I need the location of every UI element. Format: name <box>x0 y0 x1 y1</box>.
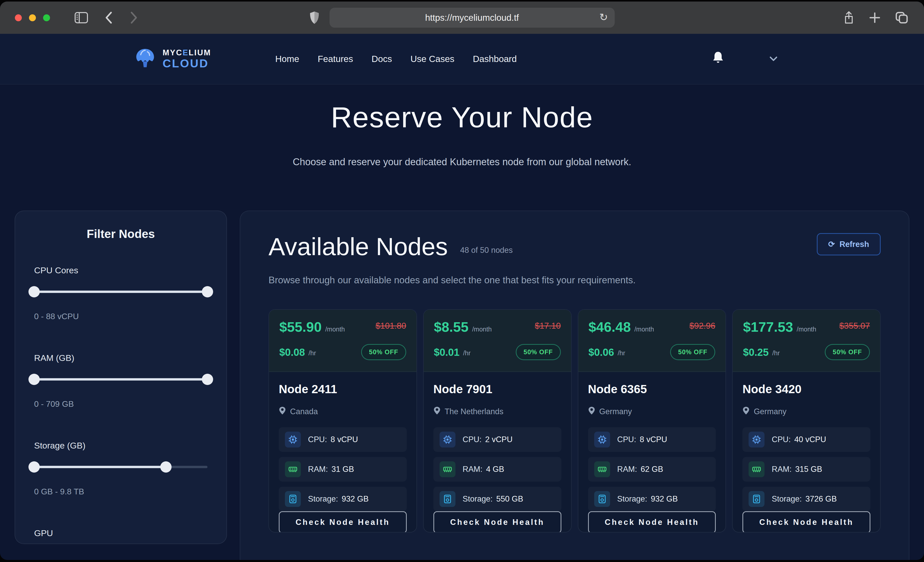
original-price: $355.07 <box>839 321 870 331</box>
storage-filter-label: Storage (GB) <box>34 441 207 451</box>
nav-link-use-cases[interactable]: Use Cases <box>411 54 454 64</box>
node-location: The Netherlands <box>445 407 503 416</box>
slider-thumb-max[interactable] <box>202 286 213 297</box>
node-location: Germany <box>754 407 786 416</box>
discount-badge: 50% OFF <box>361 344 406 360</box>
node-name: Node 2411 <box>279 382 407 396</box>
shield-icon[interactable] <box>309 11 319 24</box>
node-cards-grid: $55.90 /month $101.80 $0.08 /hr 50% OFF … <box>268 309 880 532</box>
check-node-health-button[interactable]: Check Node Health <box>742 511 870 532</box>
new-tab-icon[interactable] <box>869 12 880 23</box>
cpu-value: 2 vCPU <box>485 435 513 444</box>
sidebar-toggle-icon[interactable] <box>75 12 88 23</box>
notifications-bell-icon[interactable] <box>712 51 724 65</box>
ram-value: 31 GB <box>332 465 354 474</box>
reload-icon[interactable]: ↻ <box>599 11 608 23</box>
location-pin-icon <box>434 406 441 417</box>
address-bar[interactable]: https://myceliumcloud.tf ↻ <box>330 8 615 28</box>
share-icon[interactable] <box>843 11 854 25</box>
page-subtitle: Choose and reserve your dedicated Kubern… <box>0 157 924 167</box>
hourly-price: $0.01 <box>434 347 460 357</box>
panel-title: Available Nodes <box>268 234 448 259</box>
back-icon[interactable] <box>104 11 113 24</box>
original-price: $101.80 <box>375 321 406 331</box>
close-window-button[interactable] <box>15 14 22 21</box>
discount-badge: 50% OFF <box>670 344 715 360</box>
chevron-down-icon[interactable] <box>770 54 778 64</box>
ram-range-text: 0 - 709 GB <box>34 399 207 409</box>
check-node-health-button[interactable]: Check Node Health <box>588 511 716 532</box>
cpu-spec-row: CPU:2 vCPU <box>434 427 561 452</box>
url-text: https://myceliumcloud.tf <box>425 13 519 23</box>
cpu-spec-row: CPU:40 vCPU <box>742 427 870 452</box>
nav-link-dashboard[interactable]: Dashboard <box>473 54 517 64</box>
check-node-health-button[interactable]: Check Node Health <box>279 511 407 532</box>
ram-icon <box>594 461 610 477</box>
storage-range-slider[interactable] <box>34 461 207 472</box>
ram-filter-label: RAM (GB) <box>34 353 207 363</box>
cpu-value: 8 vCPU <box>331 435 358 444</box>
storage-range-text: 0 GB - 9.8 TB <box>34 487 207 496</box>
window-controls <box>15 14 50 21</box>
gpu-filter-label: GPU <box>34 528 207 538</box>
slider-thumb-min[interactable] <box>28 286 40 297</box>
panel-subtitle: Browse through our available nodes and s… <box>268 275 880 285</box>
monthly-price: $177.53 <box>743 320 793 334</box>
site-navbar: MYCELIUM CLOUD Home Features Docs Use Ca… <box>0 34 924 85</box>
ram-value: 315 GB <box>795 465 822 474</box>
node-card[interactable]: $8.55 /month $17.10 $0.01 /hr 50% OFF No… <box>423 309 572 532</box>
tab-overview-icon[interactable] <box>895 12 908 24</box>
location-pin-icon <box>742 406 750 417</box>
page-title: Reserve Your Node <box>0 100 924 134</box>
card-pricing-header: $177.53 /month $355.07 $0.25 /hr 50% OFF <box>733 310 880 372</box>
original-price: $17.10 <box>535 321 561 331</box>
ram-spec-row: RAM:62 GB <box>588 457 716 481</box>
cpu-spec-row: CPU:8 vCPU <box>588 427 716 452</box>
refresh-button[interactable]: ⟳ Refresh <box>817 233 880 256</box>
monthly-price: $46.48 <box>588 320 631 334</box>
node-card[interactable]: $46.48 /month $92.96 $0.06 /hr 50% OFF N… <box>578 309 726 532</box>
slider-thumb-max[interactable] <box>160 461 172 472</box>
browser-window: https://myceliumcloud.tf ↻ MYCELIUM CLOU <box>0 1 924 560</box>
storage-value: 550 GB <box>496 495 523 503</box>
discount-badge: 50% OFF <box>516 344 561 360</box>
storage-spec-row: Storage:932 GB <box>588 487 716 511</box>
refresh-icon: ⟳ <box>828 239 835 249</box>
slider-track-active <box>34 378 207 381</box>
minimize-window-button[interactable] <box>29 14 36 21</box>
brand-logo[interactable]: MYCELIUM CLOUD <box>134 46 211 71</box>
check-node-health-button[interactable]: Check Node Health <box>434 511 561 532</box>
node-card[interactable]: $55.90 /month $101.80 $0.08 /hr 50% OFF … <box>268 309 417 532</box>
monthly-price: $8.55 <box>434 320 468 334</box>
available-nodes-panel: Available Nodes 48 of 50 nodes ⟳ Refresh… <box>240 211 909 560</box>
node-card[interactable]: $177.53 /month $355.07 $0.25 /hr 50% OFF… <box>732 309 880 532</box>
hourly-price: $0.08 <box>279 347 305 357</box>
slider-thumb-max[interactable] <box>202 374 213 385</box>
discount-badge: 50% OFF <box>825 344 870 360</box>
slider-thumb-min[interactable] <box>28 461 40 472</box>
ram-filter-group: RAM (GB) 0 - 709 GB <box>34 353 207 409</box>
card-pricing-header: $8.55 /month $17.10 $0.01 /hr 50% OFF <box>424 310 571 372</box>
slider-track-active <box>34 466 166 468</box>
brand-logo-icon <box>134 46 157 71</box>
ram-range-slider[interactable] <box>34 374 207 385</box>
storage-spec-row: Storage:550 GB <box>434 487 561 511</box>
nav-link-home[interactable]: Home <box>275 54 299 64</box>
cpu-icon <box>285 432 301 447</box>
slider-thumb-min[interactable] <box>28 374 40 385</box>
cpu-icon <box>594 432 610 447</box>
cpu-range-slider[interactable] <box>34 286 207 297</box>
cpu-range-text: 0 - 88 vCPU <box>34 312 207 321</box>
ram-spec-row: RAM:31 GB <box>279 457 407 481</box>
nav-link-docs[interactable]: Docs <box>372 54 392 64</box>
original-price: $92.96 <box>689 321 715 331</box>
storage-icon <box>285 491 301 507</box>
brand-name-bottom: CLOUD <box>163 58 211 69</box>
zoom-window-button[interactable] <box>43 14 50 21</box>
cpu-value: 40 vCPU <box>794 435 826 444</box>
brand-name-top: MYCELIUM <box>163 49 211 57</box>
hourly-price: $0.25 <box>743 347 769 357</box>
ram-icon <box>748 461 765 477</box>
nav-link-features[interactable]: Features <box>318 54 353 64</box>
forward-icon[interactable] <box>129 11 138 24</box>
